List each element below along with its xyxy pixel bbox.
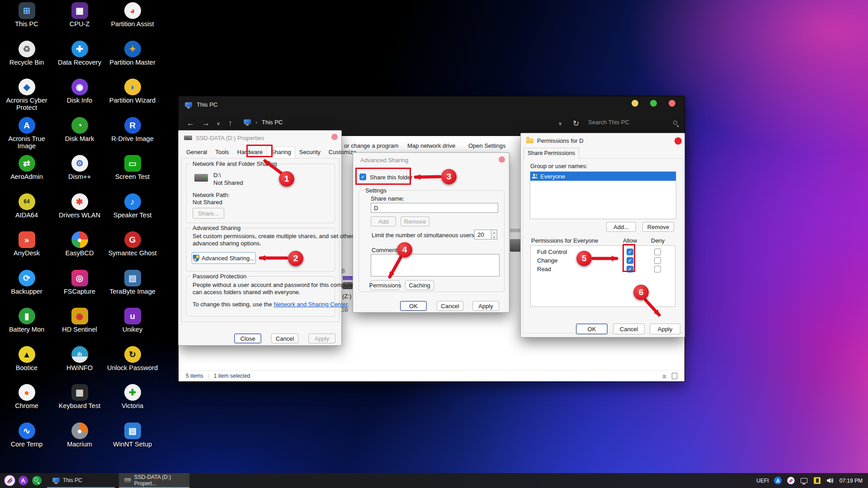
ok-button[interactable]: OK xyxy=(576,324,608,334)
tab-share-permissions[interactable]: Share Permissions xyxy=(524,148,579,159)
cancel-button[interactable]: Cancel xyxy=(613,324,645,334)
advanced-titlebar[interactable]: Advanced Sharing xyxy=(353,153,509,167)
desktop-icon[interactable]: ılı HWiNFO xyxy=(54,345,105,384)
tab[interactable]: Hardware xyxy=(233,146,267,158)
desktop-icon[interactable]: ◔ Disk Mark xyxy=(54,116,105,155)
taskbar-search-button[interactable] xyxy=(30,473,43,488)
allow-checkbox[interactable] xyxy=(627,257,633,264)
maximize-button[interactable] xyxy=(650,100,657,107)
tray-feather-icon[interactable] xyxy=(787,477,795,485)
ok-button[interactable]: OK xyxy=(400,301,427,311)
details-view-icon[interactable]: ≡ xyxy=(662,372,666,380)
desktop-icon[interactable]: ✚ Data Recovery xyxy=(54,40,105,78)
thumbnail-view-icon[interactable] xyxy=(672,373,677,379)
permissions-button[interactable]: Permissions xyxy=(371,280,400,290)
desktop-icon[interactable]: ∿ Core Temp xyxy=(1,422,52,460)
desktop-icon[interactable]: ◉ Disk Info xyxy=(54,78,105,116)
desktop-icon[interactable]: A Acronis True Image xyxy=(1,116,52,155)
refresh-icon[interactable]: ↻ xyxy=(573,119,579,128)
user-row-selected[interactable]: Everyone xyxy=(530,172,676,181)
desktop-icon[interactable]: 64 AIDA64 xyxy=(1,192,52,231)
desktop-icon[interactable]: G Symantec Ghost xyxy=(107,230,158,269)
desktop-icon[interactable]: ◆ Acronis Cyber Protect xyxy=(1,78,52,116)
desktop-icon[interactable]: ⇄ AeroAdmin xyxy=(1,154,52,192)
desktop-icon[interactable]: ▦ Keyboard Test xyxy=(54,383,105,422)
desktop-icon[interactable]: ✚ Victoria xyxy=(107,383,158,422)
desktop-icon[interactable]: ● Macrium xyxy=(54,422,105,460)
command-map-network-drive[interactable]: Map network drive xyxy=(407,142,455,149)
comments-input[interactable] xyxy=(371,254,500,277)
deny-checkbox[interactable] xyxy=(654,266,661,272)
tray-app-store-icon[interactable]: A xyxy=(774,477,782,485)
desktop-icon[interactable]: ◎ FSCapture xyxy=(54,269,105,307)
close-button[interactable]: Close xyxy=(234,333,261,343)
start-button[interactable] xyxy=(3,473,16,488)
network-sharing-center-link[interactable]: Network and Sharing Center xyxy=(274,301,347,308)
permissions-titlebar[interactable]: Permissions for D xyxy=(521,133,684,148)
taskbar-app-a-button[interactable]: A xyxy=(16,473,30,488)
search-input[interactable]: Search This PC xyxy=(588,119,629,126)
properties-titlebar[interactable]: SSD-DATA (D:) Properties xyxy=(179,131,341,145)
close-icon[interactable] xyxy=(499,156,505,163)
add-button[interactable]: Add xyxy=(371,216,396,226)
deny-checkbox[interactable] xyxy=(654,257,661,264)
close-icon[interactable] xyxy=(331,134,338,140)
desktop-icon[interactable]: ↻ Unlock Password xyxy=(107,345,158,384)
forward-icon[interactable]: → xyxy=(202,119,210,128)
desktop-icon[interactable]: ⟳ Backupper xyxy=(1,269,52,307)
command-open-settings[interactable]: Open Settings xyxy=(468,142,505,149)
desktop-icon[interactable]: ▮ Battery Mon xyxy=(1,307,52,345)
close-icon[interactable] xyxy=(675,137,682,145)
desktop-icon[interactable]: ✦ Partition Master xyxy=(107,40,158,78)
minimize-button[interactable] xyxy=(632,100,638,107)
share-button[interactable]: Share... xyxy=(193,208,224,219)
cancel-button[interactable]: Cancel xyxy=(437,301,463,311)
desktop-icon[interactable]: » AnyDesk xyxy=(1,230,52,269)
share-this-folder-checkbox[interactable] xyxy=(359,174,366,180)
apply-button[interactable]: Apply xyxy=(650,324,680,334)
caching-button[interactable]: Caching xyxy=(405,280,434,290)
user-list[interactable]: Everyone xyxy=(530,171,676,219)
remove-button[interactable]: Remove xyxy=(401,216,429,226)
tab[interactable]: Tools xyxy=(211,146,233,158)
back-icon[interactable]: ← xyxy=(187,119,194,128)
apply-button[interactable]: Apply xyxy=(472,301,499,311)
limit-users-input[interactable]: 20 xyxy=(474,230,491,239)
desktop-icon[interactable]: ◉ HD Sentinel xyxy=(54,307,105,345)
search-icon[interactable] xyxy=(673,121,679,127)
desktop-icon[interactable]: ▤ TeraByte Image xyxy=(107,269,158,307)
desktop-icon[interactable]: ◕ Partition Assist xyxy=(107,1,158,40)
taskbar-this-pc-button[interactable]: This PC xyxy=(47,473,115,488)
cancel-button[interactable]: Cancel xyxy=(271,333,298,343)
desktop-icon[interactable]: ▦ CPU-Z xyxy=(54,1,105,40)
desktop-icon[interactable]: ● EasyBCD xyxy=(54,230,105,269)
desktop-icon[interactable]: u Unikey xyxy=(107,307,158,345)
desktop-icon[interactable]: ⊞ This PC xyxy=(1,1,52,40)
taskbar-properties-button[interactable]: SSD-DATA (D:) Propert... xyxy=(119,473,189,488)
share-name-input[interactable]: D xyxy=(371,203,498,213)
deny-checkbox[interactable] xyxy=(654,249,661,255)
desktop-icon[interactable]: R R-Drive Image xyxy=(107,116,158,155)
desktop-icon[interactable]: ● Chrome xyxy=(1,383,52,422)
desktop-icon[interactable]: ▲ Bootice xyxy=(1,345,52,384)
apply-button[interactable]: Apply xyxy=(308,333,335,343)
search-chevron-icon[interactable]: ∨ xyxy=(558,121,562,127)
tab[interactable]: Sharing xyxy=(267,146,295,158)
remove-user-button[interactable]: Remove xyxy=(642,222,674,232)
explorer-titlebar[interactable]: This PC xyxy=(179,96,684,113)
desktop-icon[interactable]: ♻ Recycle Bin xyxy=(1,40,52,78)
desktop-icon[interactable]: ◗ Partition Wizard xyxy=(107,78,158,116)
desktop-icon[interactable]: ✱ Drivers WLAN xyxy=(54,192,105,231)
tray-volume-icon[interactable] xyxy=(826,477,835,485)
desktop-icon[interactable]: ♪ Speaker Test xyxy=(107,192,158,231)
allow-checkbox[interactable] xyxy=(627,249,633,255)
advanced-sharing-button[interactable]: Advanced Sharing... xyxy=(192,252,256,264)
desktop-icon[interactable]: ▭ Screen Test xyxy=(107,154,158,192)
allow-checkbox[interactable] xyxy=(627,266,633,272)
history-chevron-icon[interactable]: ∨ xyxy=(217,121,220,127)
desktop-icon[interactable]: ▤ WinNT Setup xyxy=(107,422,158,460)
tray-usb-icon[interactable] xyxy=(813,477,821,485)
up-icon[interactable]: ↑ xyxy=(228,119,232,128)
tray-network-icon[interactable] xyxy=(800,477,808,485)
tab[interactable]: General xyxy=(182,146,211,158)
